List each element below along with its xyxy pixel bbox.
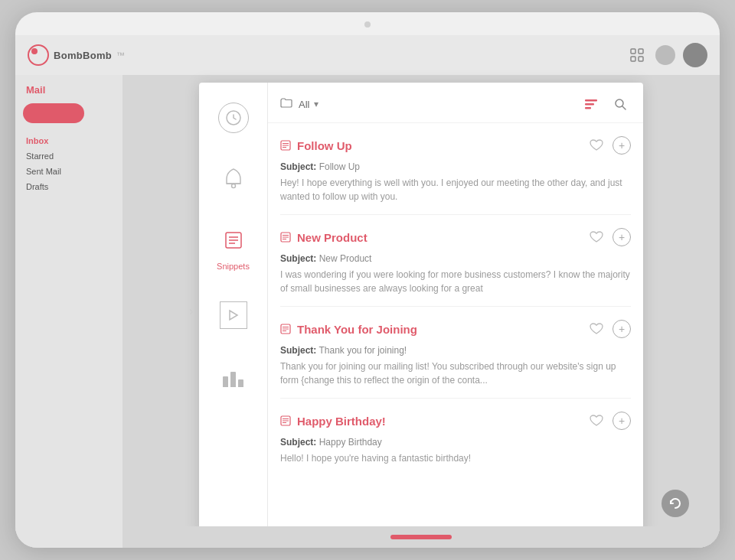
subject-label: Subject: <box>280 345 316 356</box>
snippet-preview: Hey! I hope everything is well with you.… <box>280 176 631 203</box>
logo-area: BombBomb ™ <box>28 44 125 66</box>
add-button[interactable]: + <box>612 320 631 338</box>
add-button[interactable]: + <box>612 412 631 430</box>
user-avatar-small[interactable] <box>655 45 675 65</box>
subject-value: Happy Birthday <box>319 437 382 448</box>
subject-label: Subject: <box>280 253 316 264</box>
search-button[interactable] <box>609 93 631 115</box>
sidebar-item-sent[interactable]: Sent Mail <box>23 164 115 178</box>
svg-rect-12 <box>585 107 591 109</box>
filter-chevron: ▾ <box>314 99 318 109</box>
subject-label: Subject: <box>280 437 316 448</box>
sidebar: Mail Inbox Starred Sent Mail Drafts <box>15 75 122 548</box>
chart-nav-button[interactable] <box>217 360 250 393</box>
sidebar-mail-label: Mail <box>23 84 115 96</box>
snippet-title-area: Happy Birthday! <box>280 415 386 428</box>
snippet-title-area: Follow Up <box>280 139 352 152</box>
favorite-button[interactable] <box>586 135 606 155</box>
svg-rect-3 <box>639 57 643 61</box>
svg-rect-0 <box>631 49 635 54</box>
snippet-actions: + <box>586 135 631 155</box>
snippet-title-text: New Product <box>297 231 368 244</box>
snippets-nav-label: Snippets <box>217 262 250 271</box>
subject-label: Subject: <box>280 161 316 172</box>
snippet-type-icon <box>280 415 291 426</box>
clock-nav-button[interactable] <box>217 101 250 135</box>
chart-icon <box>223 366 243 387</box>
filter-dropdown[interactable]: All ▾ <box>280 98 318 110</box>
add-button[interactable]: + <box>612 228 631 246</box>
svg-rect-1 <box>639 49 643 54</box>
snippet-type-icon <box>280 232 291 243</box>
snippet-item: Follow Up + <box>280 123 631 215</box>
svg-rect-2 <box>631 57 635 61</box>
snippet-item: Thank You for Joining + <box>280 307 631 399</box>
top-bar: BombBomb ™ <box>15 35 720 75</box>
plus-icon: + <box>619 415 625 426</box>
sidebar-item-starred[interactable]: Starred <box>23 149 115 163</box>
snippets-nav-button[interactable] <box>217 223 250 257</box>
snippet-actions: + <box>586 319 631 339</box>
snippet-title-text: Happy Birthday! <box>297 415 386 428</box>
snippets-icon <box>223 230 244 251</box>
snippet-header: New Product + <box>280 227 631 247</box>
svg-rect-10 <box>585 99 597 102</box>
user-avatar-main[interactable] <box>683 43 707 67</box>
clock-icon <box>218 103 249 133</box>
snippets-nav-section: Snippets <box>217 223 250 271</box>
snippet-item: New Product + <box>280 215 631 307</box>
plus-icon: + <box>619 232 625 243</box>
sidebar-item-inbox[interactable]: Inbox <box>23 134 115 148</box>
sidebar-item-drafts[interactable]: Drafts <box>23 180 115 194</box>
filter-label: All <box>299 99 309 110</box>
snippet-preview: Hello! I hope you're having a fantastic … <box>280 451 631 465</box>
main-panel: Snippets <box>122 75 720 548</box>
bell-nav-button[interactable] <box>217 162 250 196</box>
snippet-title-area: New Product <box>280 231 368 244</box>
header-icons <box>580 93 631 115</box>
snippet-type-icon <box>280 324 291 334</box>
plus-icon: + <box>619 140 625 151</box>
subject-value: New Product <box>319 253 372 264</box>
snippet-header: Thank You for Joining + <box>280 319 631 339</box>
plus-icon: + <box>619 324 625 334</box>
snippet-subject: Subject: Happy Birthday <box>280 437 631 448</box>
svg-point-5 <box>231 184 235 188</box>
snippets-list: Follow Up + <box>268 123 643 534</box>
add-button[interactable]: + <box>612 136 631 155</box>
modal-sidebar: Snippets <box>199 83 268 534</box>
snippet-subject: Subject: New Product <box>280 253 631 264</box>
favorite-button[interactable] <box>586 411 606 431</box>
modal-card: Snippets <box>199 83 643 534</box>
subject-value: Follow Up <box>319 161 360 172</box>
camera-dot <box>364 21 371 28</box>
snippet-subject: Subject: Follow Up <box>280 161 631 172</box>
tablet-frame: BombBomb ™ Mail Inbox Starred Sent Mail … <box>15 12 720 548</box>
snippet-actions: + <box>586 411 631 431</box>
top-bar-right <box>626 43 707 67</box>
favorite-button[interactable] <box>586 227 606 247</box>
subject-value: Thank you for joining! <box>318 345 407 356</box>
scroll-indicator <box>390 535 452 539</box>
play-icon <box>220 301 247 329</box>
grid-view-button[interactable] <box>626 44 648 66</box>
bell-icon <box>223 167 244 191</box>
refresh-button[interactable] <box>662 490 689 517</box>
bottom-bar <box>122 526 720 548</box>
favorite-button[interactable] <box>586 319 606 339</box>
snippet-header: Follow Up + <box>280 135 631 155</box>
snippet-title-text: Follow Up <box>297 139 352 152</box>
play-nav-button[interactable] <box>217 298 250 332</box>
trademark-symbol: ™ <box>116 50 125 60</box>
new-mail-button[interactable] <box>23 103 84 123</box>
snippet-actions: + <box>586 227 631 247</box>
content-header: All ▾ <box>268 83 643 123</box>
snippet-header: Happy Birthday! + <box>280 411 631 431</box>
snippet-title-text: Thank You for Joining <box>297 323 417 336</box>
sort-button[interactable] <box>580 93 602 115</box>
snippet-type-icon <box>280 140 291 151</box>
logo-icon <box>28 44 49 66</box>
snippet-title-area: Thank You for Joining <box>280 323 417 336</box>
snippet-preview: Thank you for joining our mailing list! … <box>280 360 631 387</box>
folder-icon <box>280 98 292 110</box>
